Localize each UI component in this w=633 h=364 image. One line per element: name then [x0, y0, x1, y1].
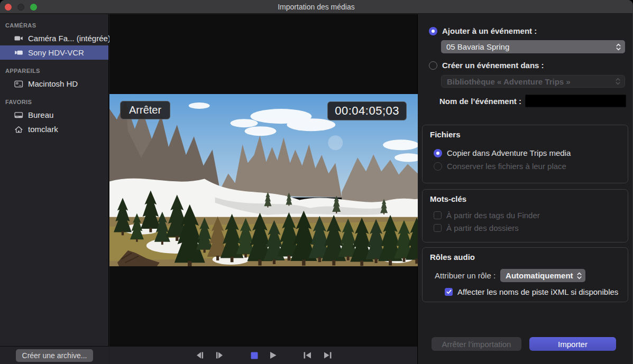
create-event-radio[interactable] — [429, 61, 437, 70]
create-event-row: Créer un événement dans : — [429, 61, 544, 70]
sidebar-item-label: Sony HDV-VCR — [28, 48, 84, 57]
step-backward-button[interactable] — [195, 351, 204, 359]
folders-row: À partir des dossiers — [434, 223, 519, 232]
zoom-button[interactable] — [30, 4, 37, 11]
play-button[interactable] — [269, 351, 277, 359]
ixml-checkbox[interactable] — [445, 288, 453, 296]
assign-role-row: Attribuer un rôle : Automatiquement — [435, 269, 585, 282]
add-to-event-row: Ajouter à un événement : — [429, 26, 537, 35]
sidebar-item-bureau[interactable]: Bureau — [0, 108, 108, 122]
assign-role-value: Automatiquement — [506, 271, 573, 280]
sidebar-item-facetime-camera[interactable]: Caméra Fa... (intégrée) — [0, 31, 108, 45]
traffic-lights — [5, 4, 37, 11]
media-import-window: Importation des médias CAMÉRAS Caméra Fa… — [0, 0, 633, 364]
folders-label: À partir des dossiers — [446, 223, 519, 232]
home-icon — [14, 126, 23, 133]
finder-tags-label: À partir des tags du Finder — [446, 211, 540, 220]
sidebar-item-label: tomclark — [28, 125, 58, 134]
leave-files-row: Conserver les fichiers à leur place — [434, 162, 566, 171]
step-forward-button[interactable] — [215, 351, 224, 359]
chevron-up-down-icon — [616, 42, 621, 52]
copy-files-radio[interactable] — [434, 149, 442, 157]
event-select-value: 05 Bavaria Spring — [441, 42, 616, 51]
add-to-event-radio[interactable] — [429, 27, 437, 35]
skip-to-end-icon — [323, 351, 332, 359]
hard-drive-icon — [14, 80, 23, 88]
copy-files-row: Copier dans Adventure Trips media — [434, 148, 571, 157]
window-title: Importation des médias — [278, 3, 355, 11]
audio-roles-group: Rôles audio Attribuer un rôle : Automati… — [422, 247, 628, 302]
video-preview: Arrêter 00:04:05;03 — [109, 94, 418, 266]
chevron-up-down-icon — [615, 77, 621, 86]
folders-checkbox — [434, 224, 442, 232]
timecode-display: 00:04:05;03 — [327, 101, 407, 120]
chevron-up-down-icon — [576, 271, 582, 281]
assign-role-select[interactable]: Automatiquement — [500, 269, 585, 282]
assign-role-label: Attribuer un rôle : — [435, 271, 496, 280]
sidebar-item-label: Bureau — [28, 110, 53, 119]
close-button[interactable] — [5, 4, 12, 11]
sidebar-item-tomclark[interactable]: tomclark — [0, 122, 108, 136]
title-bar: Importation des médias — [0, 0, 632, 14]
library-select: Bibliothèque « Adventure Trips » — [441, 75, 625, 88]
leave-files-label: Conserver les fichiers à leur place — [447, 162, 566, 171]
finder-tags-checkbox — [434, 211, 442, 219]
sidebar-section-cameras: CAMÉRAS — [5, 22, 108, 29]
event-select[interactable]: 05 Bavaria Spring — [441, 40, 625, 53]
event-name-input[interactable] — [525, 95, 626, 107]
sidebar-item-macintosh-hd[interactable]: Macintosh HD — [0, 77, 108, 91]
sidebar-item-label: Macintosh HD — [28, 79, 78, 88]
desktop-icon — [14, 111, 23, 119]
stop-capture-overlay-button[interactable]: Arrêter — [120, 101, 170, 119]
create-event-label: Créer un événement dans : — [442, 61, 544, 70]
finder-tags-row: À partir des tags du Finder — [434, 211, 540, 220]
stop-import-button: Arrêter l’importation — [432, 337, 521, 351]
video-camera-icon — [14, 35, 23, 42]
source-sidebar: CAMÉRAS Caméra Fa... (intégrée) Sony HDV… — [0, 14, 109, 364]
keywords-group-title: Mots-clés — [430, 194, 466, 203]
ixml-row: Affecter les noms de piste iXML si dispo… — [445, 287, 618, 296]
step-backward-icon — [195, 351, 204, 359]
skip-to-start-icon — [303, 351, 312, 359]
library-select-value: Bibliothèque « Adventure Trips » — [442, 77, 615, 86]
keywords-group: Mots-clés À partir des tags du Finder À … — [422, 189, 628, 242]
minimize-button[interactable] — [17, 4, 24, 11]
add-to-event-label: Ajouter à un événement : — [442, 26, 537, 35]
files-group-title: Fichiers — [430, 130, 461, 139]
camcorder-icon — [14, 49, 23, 56]
stop-button[interactable] — [251, 352, 258, 359]
import-options-panel: Ajouter à un événement : 05 Bavaria Spri… — [418, 14, 633, 364]
event-name-label: Nom de l’événement : — [439, 97, 521, 106]
skip-to-start-button[interactable] — [303, 351, 312, 359]
skip-to-end-button[interactable] — [323, 351, 332, 359]
create-archive-button[interactable]: Créer une archive... — [16, 349, 94, 362]
sidebar-bottom-bar: Créer une archive... — [0, 346, 109, 364]
audio-roles-group-title: Rôles audio — [430, 253, 475, 262]
preview-area: Arrêter 00:04:05;03 — [109, 14, 418, 364]
leave-files-radio — [434, 162, 442, 171]
sidebar-item-label: Caméra Fa... (intégrée) — [28, 34, 111, 43]
copy-files-label: Copier dans Adventure Trips media — [447, 148, 571, 157]
ixml-label: Affecter les noms de piste iXML si dispo… — [457, 287, 618, 296]
sidebar-section-devices: APPAREILS — [5, 68, 108, 74]
step-forward-icon — [215, 351, 224, 359]
checkmark-icon — [446, 290, 452, 294]
transport-controls — [109, 346, 417, 364]
sidebar-item-sony-hdv-vcr[interactable]: Sony HDV-VCR — [0, 45, 108, 60]
import-button[interactable]: Importer — [529, 337, 616, 351]
files-group: Fichiers Copier dans Adventure Trips med… — [422, 125, 628, 183]
sidebar-section-favorites: FAVORIS — [5, 99, 108, 105]
play-icon — [269, 351, 277, 359]
stop-icon — [251, 352, 258, 359]
